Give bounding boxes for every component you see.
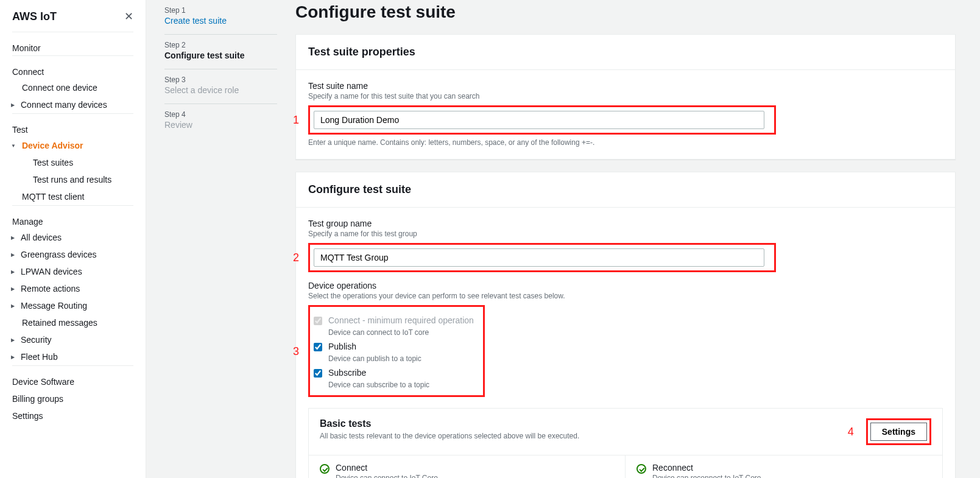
device-operations-help: Select the operations your device can pe… [308,292,943,300]
main-content: Configure test suite Test suite properti… [289,0,980,478]
step-4-number: Step 4 [164,110,277,119]
test-group-name-help: Specify a name for this test group [308,230,943,238]
step-3-label: Select a device role [164,85,277,95]
test-suite-name-label: Test suite name [308,81,943,91]
configure-heading: Configure test suite [296,172,955,208]
configure-test-suite-panel: Configure test suite Test group name Spe… [295,172,956,478]
op-publish-checkbox[interactable] [314,343,322,351]
sidebar-item-retained-messages[interactable]: Retained messages [0,314,146,331]
basic-test-reconnect-desc: Device can reconnect to IoT Core [652,474,761,478]
wizard-steps: Step 1 Create test suite Step 2 Configur… [146,0,289,478]
basic-tests-heading: Basic tests [320,418,579,429]
sidebar-item-security[interactable]: Security [0,331,146,348]
op-publish-label: Publish [328,342,356,351]
sidebar-item-message-routing[interactable]: Message Routing [0,297,146,314]
callout-4: Settings [866,418,931,445]
basic-tests-panel: Basic tests All basic tests relevant to … [308,408,943,478]
test-suite-name-input[interactable] [314,111,764,129]
step-2-number: Step 2 [164,41,277,49]
device-operations-label: Device operations [308,281,943,290]
settings-button[interactable]: Settings [870,423,927,441]
callout-3-number: 3 [293,345,299,357]
step-3-number: Step 3 [164,76,277,84]
callout-3: 3 Connect - minimum required operation D… [308,305,485,397]
op-subscribe-checkbox[interactable] [314,369,322,378]
op-subscribe-desc: Device can subscribe to a topic [328,381,479,389]
sidebar-item-billing-groups[interactable]: Billing groups [0,389,146,406]
sidebar-item-monitor[interactable]: Monitor [0,38,146,55]
sidebar-heading-test: Test [0,120,146,137]
check-icon [320,464,330,474]
step-1-link[interactable]: Create test suite [164,16,277,26]
basic-test-connect-desc: Device can connect to IoT Core [336,474,438,478]
callout-1-number: 1 [293,114,299,127]
check-icon [636,464,646,474]
sidebar-item-device-software[interactable]: Device Software [0,372,146,389]
close-icon[interactable]: ✕ [124,10,133,23]
sidebar: AWS IoT ✕ Monitor Connect Connect one de… [0,0,146,478]
page-title: Configure test suite [295,2,956,22]
basic-tests-sub: All basic tests relevant to the device o… [320,432,579,440]
sidebar-item-lpwan[interactable]: LPWAN devices [0,263,146,280]
sidebar-item-all-devices[interactable]: All devices [0,229,146,246]
op-subscribe-label: Subscribe [328,368,366,378]
op-connect-label: Connect - minimum required operation [328,315,474,325]
basic-test-connect-title: Connect [336,463,438,473]
sidebar-title: AWS IoT [12,10,57,23]
sidebar-item-remote-actions[interactable]: Remote actions [0,280,146,297]
sidebar-item-greengrass[interactable]: Greengrass devices [0,246,146,263]
test-group-name-label: Test group name [308,219,943,228]
sidebar-heading-connect: Connect [0,62,146,79]
test-suite-properties-panel: Test suite properties Test suite name Sp… [295,34,956,160]
test-group-name-input[interactable] [314,248,764,267]
op-publish-desc: Device can publish to a topic [328,354,479,363]
test-suite-name-help: Specify a name for this test suite that … [308,92,943,100]
sidebar-item-test-suites[interactable]: Test suites [0,154,146,171]
test-suite-properties-heading: Test suite properties [296,35,955,70]
step-4-label: Review [164,120,277,130]
basic-test-reconnect-title: Reconnect [652,463,761,473]
basic-test-connect: Connect Device can connect to IoT Core [309,455,626,478]
callout-2: 2 [308,243,776,272]
step-1-number: Step 1 [164,6,277,15]
sidebar-heading-manage: Manage [0,212,146,229]
sidebar-item-device-advisor[interactable]: Device Advisor [0,137,146,154]
basic-test-reconnect: Reconnect Device can reconnect to IoT Co… [626,455,942,478]
op-connect-desc: Device can connect to IoT core [328,328,479,337]
sidebar-item-test-runs[interactable]: Test runs and results [0,171,146,188]
test-suite-name-sub: Enter a unique name. Contains only: lett… [308,138,943,147]
callout-4-number: 4 [848,426,854,438]
step-2-label: Configure test suite [164,51,277,60]
sidebar-item-fleet-hub[interactable]: Fleet Hub [0,348,146,365]
callout-1: 1 [308,105,776,135]
sidebar-item-settings[interactable]: Settings [0,406,146,423]
callout-2-number: 2 [293,251,299,264]
op-connect-checkbox [314,317,322,325]
sidebar-item-mqtt-client[interactable]: MQTT test client [0,188,146,205]
sidebar-item-connect-many[interactable]: Connect many devices [0,96,146,113]
sidebar-item-connect-one[interactable]: Connect one device [0,79,146,96]
